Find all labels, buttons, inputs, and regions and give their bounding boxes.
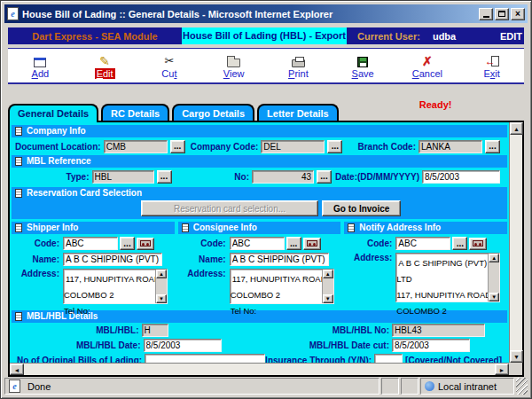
exit-button[interactable]: ← Exit [459, 49, 524, 82]
scroll-up-icon[interactable]: ▲ [323, 270, 333, 278]
tab-general-details[interactable]: General Details [8, 104, 98, 122]
document-icon [15, 223, 22, 232]
shipper-name-field[interactable] [63, 253, 162, 266]
add-button[interactable]: Add [8, 49, 73, 82]
insurance-through-label: Insurance Through (Y/N): [265, 356, 372, 363]
notify-code-lookup-button[interactable]: ... [452, 237, 467, 250]
module-title: Dart Express - SEA Module [8, 31, 182, 42]
tab-cargo-details[interactable]: Cargo Details [172, 104, 254, 121]
covered-note: [Covered/Not Covered] [405, 356, 502, 363]
shipper-info-column: Shipper Info Code: ... Name: Address: [12, 222, 175, 307]
no-lookup-button[interactable]: ... [317, 170, 332, 184]
insurance-through-field[interactable] [374, 354, 403, 363]
notify-address-scrollbar[interactable]: ▲ ▼ [488, 254, 499, 301]
consignee-address-scrollbar[interactable]: ▲ ▼ [322, 270, 333, 303]
notify-address-row: Address: A B C SHIPPING (PVT) LTD 117, H… [344, 253, 507, 302]
status-panel-spacer-2 [401, 378, 419, 395]
maximize-icon [498, 11, 505, 17]
mbl-hbl-field[interactable] [142, 324, 168, 337]
section-header-company-info: Company Info [12, 125, 507, 137]
shipper-name-row: Name: [12, 253, 175, 266]
scroll-up-icon[interactable]: ▲ [156, 270, 167, 278]
consignee-rolodex-icon[interactable] [303, 238, 321, 250]
shipper-code-field[interactable] [63, 237, 118, 250]
notify-address-field[interactable]: A B C SHIPPING (PVT) LTD 117, HUNUPITIYA… [395, 253, 500, 302]
consignee-code-field[interactable] [230, 237, 285, 250]
notify-code-field[interactable] [395, 237, 450, 250]
shipper-address-row: Address: 117, HUNUPITIYA ROAD, COLOMBO 2… [12, 269, 175, 304]
go-to-invoice-button[interactable]: Go to Invoice [322, 200, 401, 216]
no-field[interactable] [252, 170, 314, 184]
scroll-down-icon[interactable]: ▼ [156, 294, 167, 303]
type-label: Type: [66, 172, 90, 182]
add-icon [34, 53, 46, 67]
scroll-down-icon[interactable]: ▼ [323, 294, 333, 303]
company-code-lookup-button[interactable]: ... [327, 140, 342, 153]
consignee-name-field[interactable] [230, 253, 329, 266]
type-field[interactable] [92, 170, 154, 184]
consignee-address-field[interactable]: 117, HUNUPITIYA ROAD, COLOMBO 2 Tel No: … [230, 269, 334, 304]
current-user: Current User: udba [347, 31, 500, 42]
tab-rc-details[interactable]: RC Details [101, 104, 169, 121]
application-window: e House Bill of Lading :: General Detail… [0, 0, 532, 399]
type-lookup-button[interactable]: ... [157, 170, 172, 184]
document-location-field[interactable] [104, 140, 168, 153]
scrollbar-corner [509, 363, 522, 375]
mbl-hbl-row-3: No of Original Bills of Lading: Insuranc… [10, 353, 509, 363]
reservation-card-selection-button[interactable]: Reservation card selection... [141, 200, 318, 216]
cut-button[interactable]: ✂ Cut [137, 49, 202, 82]
view-button[interactable]: View [201, 49, 266, 82]
shipper-address-scrollbar[interactable]: ▲ ▼ [155, 270, 167, 303]
mbl-hbl-date-field[interactable] [144, 339, 222, 352]
notify-rolodex-icon[interactable] [469, 238, 487, 250]
company-code-field[interactable] [261, 140, 325, 153]
status-done-panel: e Done [4, 378, 379, 395]
horizontal-scrollbar[interactable]: ◄ ► [10, 363, 509, 375]
page-title: House Bill of Lading (HBL) - Export [182, 27, 347, 44]
consignee-code-lookup-button[interactable]: ... [286, 237, 301, 250]
scroll-right-icon[interactable]: ► [495, 364, 509, 375]
scroll-up-icon[interactable]: ▲ [510, 122, 523, 135]
section-title: Notify Address Info [359, 223, 441, 232]
shipper-code-row: Code: ... [12, 237, 175, 250]
shipper-code-label: Code: [12, 239, 61, 248]
scroll-down-icon[interactable]: ▼ [510, 350, 523, 363]
mbl-reference-row: Type: ... No: ... Date:(DD/MM/YYYY) [10, 168, 509, 185]
shipper-code-lookup-button[interactable]: ... [120, 237, 135, 250]
view-folder-icon [227, 53, 240, 67]
consignee-info-column: Consignee Info Code: ... Name: Address: [178, 222, 341, 307]
mbl-hbl-no-field[interactable] [392, 324, 485, 337]
branch-code-field[interactable] [419, 140, 482, 153]
date-field[interactable] [422, 170, 500, 184]
form-frame: Company Info Document Location: ... Comp… [8, 121, 524, 377]
document-location-label: Document Location: [15, 142, 101, 152]
maximize-button[interactable] [495, 8, 509, 20]
scroll-up-icon[interactable]: ▲ [489, 254, 499, 262]
vertical-scrollbar[interactable]: ▲ ▼ [509, 122, 522, 363]
save-button[interactable]: Save [331, 49, 395, 82]
company-info-row: Document Location: ... Company Code: ...… [10, 137, 509, 155]
no-label: No: [234, 172, 249, 182]
security-zone-panel: Local intranet [420, 378, 514, 395]
print-button[interactable]: Print [266, 49, 331, 82]
scroll-left-icon[interactable]: ◄ [10, 364, 24, 375]
edit-button[interactable]: ✎ Edit [73, 49, 137, 82]
mbl-hbl-date-cut-field[interactable] [392, 339, 470, 352]
edit-icon: ✎ [99, 53, 110, 67]
tab-letter-details[interactable]: Letter Details [257, 104, 339, 121]
shipper-rolodex-icon[interactable] [137, 238, 154, 250]
resize-grip[interactable] [516, 378, 528, 395]
original-bills-field[interactable] [145, 354, 265, 363]
close-button[interactable]: × [511, 8, 525, 20]
shipper-address-field[interactable]: 117, HUNUPITIYA ROAD, COLOMBO 2 Tel No: … [63, 269, 168, 304]
zone-text: Local intranet [438, 381, 497, 392]
minimize-button[interactable] [479, 8, 493, 20]
cancel-button[interactable]: ✗ Cancel [395, 49, 460, 82]
form-content: Company Info Document Location: ... Comp… [10, 122, 509, 363]
tab-bar: General Details RC Details Cargo Details… [8, 99, 519, 121]
branch-code-lookup-button[interactable]: ... [485, 140, 500, 153]
section-title: Reservation Card Selection [27, 189, 142, 198]
document-icon [348, 223, 355, 232]
scroll-down-icon[interactable]: ▼ [489, 293, 499, 301]
document-location-lookup-button[interactable]: ... [170, 140, 185, 153]
